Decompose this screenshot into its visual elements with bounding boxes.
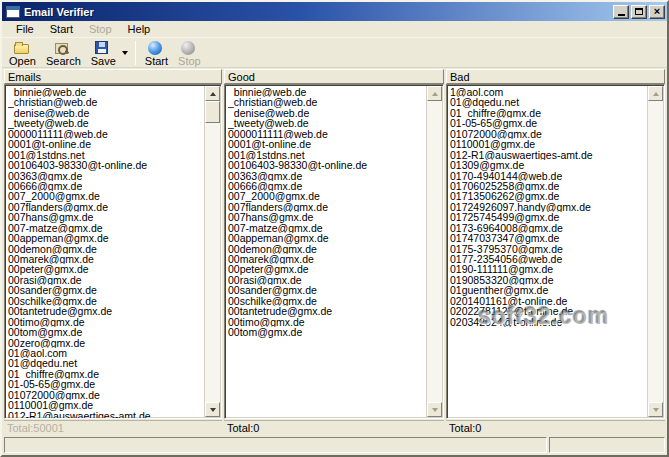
email-list-item[interactable]: 01072000@gmx.de — [8, 390, 204, 400]
email-list-item[interactable]: 01@aol.com — [8, 348, 204, 358]
email-list-item[interactable]: 01747037347@gmx.de — [450, 233, 647, 243]
email-list-item[interactable]: 01072000@gmx.de — [450, 129, 647, 139]
email-list-item[interactable]: 0201401161@t-online.de — [450, 296, 647, 306]
email-list-item[interactable]: _denise@web.de — [228, 108, 426, 118]
email-list-item[interactable]: 00363@gmx.de — [228, 171, 426, 181]
scroll-up-button[interactable] — [205, 86, 220, 101]
email-list-item[interactable]: 0000011111@web.de — [8, 129, 204, 139]
email-list-item[interactable]: 00363@gmx.de — [8, 171, 204, 181]
email-list-item[interactable]: 00106403-98330@t-online.de — [8, 160, 204, 170]
email-list-item[interactable]: 0177-2354056@web.de — [450, 254, 647, 264]
menu-start[interactable]: Start — [42, 22, 81, 37]
scroll-down-button[interactable] — [427, 402, 442, 417]
email-list-item[interactable]: 00marek@gmx.de — [228, 254, 426, 264]
email-list-item[interactable]: 01_chiffre@gmx.de — [450, 108, 647, 118]
email-list-item[interactable]: 007-matze@gmx.de — [228, 223, 426, 233]
email-list-item[interactable]: 00peter@gmx.de — [8, 264, 204, 274]
email-list-item[interactable]: _christian@web.de — [228, 97, 426, 107]
email-list-item[interactable]: 00666@gmx.de — [228, 181, 426, 191]
email-list-item[interactable]: 007_2000@gmx.de — [8, 191, 204, 201]
email-list-item[interactable]: 00tantetrude@gmx.de — [8, 306, 204, 316]
email-list-item[interactable]: 00marek@gmx.de — [8, 254, 204, 264]
email-list-item[interactable]: 00demon@gmx.de — [8, 244, 204, 254]
email-list-item[interactable]: 00appeman@gmx.de — [228, 233, 426, 243]
email-list-item[interactable]: 00timo@gmx.de — [228, 317, 426, 327]
email-list-item[interactable]: 0173-6964008@gmx.de — [450, 223, 647, 233]
email-list-item[interactable]: 007hans@gmx.de — [228, 212, 426, 222]
email-list-item[interactable]: 02022781123@t-online.de — [450, 306, 647, 316]
open-button[interactable]: Open — [4, 39, 41, 68]
email-list-item[interactable]: 007flanders@gmx.de — [228, 202, 426, 212]
good-scrollbar[interactable] — [426, 86, 442, 417]
email-list-item[interactable]: 00zero@gmx.de — [8, 338, 204, 348]
email-list-item[interactable]: 00schilke@gmx.de — [228, 296, 426, 306]
email-list-item[interactable]: 01706025258@gmx.de — [450, 181, 647, 191]
email-list-item[interactable]: 0190-111111@gmx.de — [450, 264, 647, 274]
email-list-item[interactable]: _christian@web.de — [8, 97, 204, 107]
email-list-item[interactable]: 00demon@gmx.de — [228, 244, 426, 254]
email-list-item[interactable]: 01-05-65@gmx.de — [450, 118, 647, 128]
email-list-item[interactable]: 0001@t-online.de — [228, 139, 426, 149]
email-list-item[interactable]: 001@1stdns.net — [228, 150, 426, 160]
email-list-item[interactable]: 0000011111@web.de — [228, 129, 426, 139]
menu-help[interactable]: Help — [120, 22, 159, 37]
scroll-down-button[interactable] — [205, 402, 220, 417]
email-list-item[interactable]: 00tom@gmx.de — [8, 327, 204, 337]
email-list-item[interactable]: _tweety@web.de — [228, 118, 426, 128]
close-button[interactable]: × — [649, 5, 665, 19]
email-list-item[interactable]: 007hans@gmx.de — [8, 212, 204, 222]
email-list-item[interactable]: 00rasi@gmx.de — [228, 275, 426, 285]
email-list-item[interactable]: 00tom@gmx.de — [228, 327, 426, 337]
email-list-item[interactable]: 01724926097.handy@gmx.de — [450, 202, 647, 212]
email-list-item[interactable]: 00rasi@gmx.de — [8, 275, 204, 285]
email-list-item[interactable]: 012-R1@auswaertiges-amt.de — [450, 150, 647, 160]
email-list-item[interactable]: 00appeman@gmx.de — [8, 233, 204, 243]
email-list-item[interactable]: _binnie@web.de — [228, 87, 426, 97]
search-button[interactable]: Search — [41, 39, 86, 68]
email-list-item[interactable]: 01309@gmx.de — [450, 160, 647, 170]
email-list-item[interactable]: 01_chiffre@gmx.de — [8, 369, 204, 379]
email-list-item[interactable]: 01@dqedu.net — [450, 97, 647, 107]
email-list-item[interactable]: 0190853320@gmx.de — [450, 275, 647, 285]
email-list-item[interactable]: 00timo@gmx.de — [8, 317, 204, 327]
email-list-item[interactable]: 00schilke@gmx.de — [8, 296, 204, 306]
email-list-item[interactable]: _binnie@web.de — [8, 87, 204, 97]
menu-file[interactable]: File — [8, 22, 42, 37]
save-button[interactable]: Save — [86, 39, 121, 68]
email-list-item[interactable]: 012-R1@auswaertiges-amt.de — [8, 411, 204, 418]
minimize-button[interactable] — [613, 5, 629, 19]
start-button[interactable]: Start — [140, 39, 173, 68]
email-list-item[interactable]: 01713506262@gmx.de — [450, 191, 647, 201]
scroll-down-button[interactable] — [648, 402, 663, 417]
email-list-item[interactable]: 00peter@gmx.de — [228, 264, 426, 274]
emails-scrollbar[interactable] — [204, 86, 220, 417]
email-list-item[interactable]: 00sander@gmx.de — [8, 285, 204, 295]
email-list-item[interactable]: 007flanders@gmx.de — [8, 202, 204, 212]
bad-scrollbar[interactable] — [647, 86, 663, 417]
email-list-item[interactable]: 01-05-65@gmx.de — [8, 379, 204, 389]
email-list-item[interactable]: 00666@gmx.de — [8, 181, 204, 191]
email-list-item[interactable]: 0110001@gmx.de — [8, 400, 204, 410]
email-list-item[interactable]: 00tantetrude@gmx.de — [228, 306, 426, 316]
email-list-item[interactable]: 0175-3795370@gmx.de — [450, 244, 647, 254]
email-list-item[interactable]: 01@dqedu.net — [8, 358, 204, 368]
email-list-item[interactable]: 0170-4940144@web.de — [450, 171, 647, 181]
email-list-item[interactable]: 007-matze@gmx.de — [8, 223, 204, 233]
email-list-item[interactable]: 007_2000@gmx.de — [228, 191, 426, 201]
email-list-item[interactable]: 0110001@gmx.de — [450, 139, 647, 149]
email-list-item[interactable]: _denise@web.de — [8, 108, 204, 118]
email-list-item[interactable]: 01guenther@gmx.de — [450, 285, 647, 295]
maximize-button[interactable] — [631, 5, 647, 19]
email-list-item[interactable]: 0001@t-online.de — [8, 139, 204, 149]
email-list-item[interactable]: _tweety@web.de — [8, 118, 204, 128]
save-dropdown-arrow-icon[interactable] — [122, 51, 128, 55]
email-list-item[interactable]: 00106403-98330@t-online.de — [228, 160, 426, 170]
email-list-item[interactable]: 01725745499@gmx.de — [450, 212, 647, 222]
scroll-up-button[interactable] — [427, 86, 442, 101]
email-list-item[interactable]: 00sander@gmx.de — [228, 285, 426, 295]
scrollbar-thumb[interactable] — [205, 101, 220, 123]
scroll-up-button[interactable] — [648, 86, 663, 101]
email-list-item[interactable]: 020342024@t-online.de — [450, 317, 647, 327]
email-list-item[interactable]: 001@1stdns.net — [8, 150, 204, 160]
email-list-item[interactable]: 1@aol.com — [450, 87, 647, 97]
